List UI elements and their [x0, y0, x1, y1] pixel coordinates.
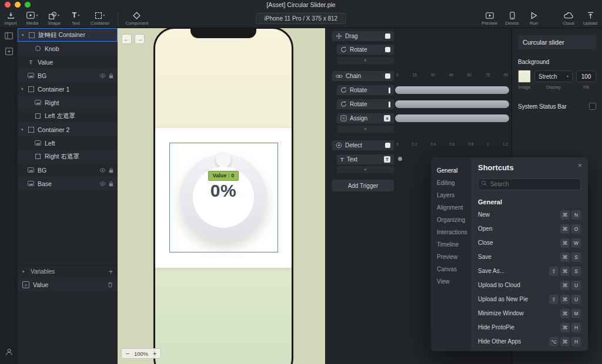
- media-button[interactable]: ▾ Media: [25, 11, 39, 26]
- disclosure-triangle-icon[interactable]: ▾: [21, 87, 27, 92]
- fill-input[interactable]: [576, 70, 596, 82]
- background-image-thumbnail[interactable]: [518, 70, 531, 83]
- shortcut-row: Open ⌘O: [478, 222, 581, 236]
- response-label: Rotate: [350, 101, 367, 107]
- import-button[interactable]: Import: [4, 11, 18, 26]
- response-rotate[interactable]: Rotate: [337, 45, 394, 55]
- nav-item-canvas[interactable]: Canvas: [431, 263, 471, 275]
- timeline-bar[interactable]: [395, 100, 509, 108]
- canvas[interactable]: Value : 0 0% ← → − 100% +: [118, 28, 325, 364]
- zoom-window-button[interactable]: [25, 2, 31, 8]
- layer-row-left[interactable]: Left: [18, 136, 118, 150]
- enable-checkbox[interactable]: [385, 47, 390, 52]
- shape-button[interactable]: ▾ Shape: [47, 11, 61, 26]
- delete-icon[interactable]: [108, 282, 113, 288]
- disclosure-triangle-icon[interactable]: ▾: [22, 33, 28, 38]
- zoom-in-button[interactable]: +: [152, 350, 158, 357]
- nav-item-organizing[interactable]: Organizing: [431, 214, 471, 226]
- run-button[interactable]: Run: [527, 11, 541, 26]
- enable-checkbox[interactable]: [385, 73, 390, 79]
- cloud-button[interactable]: Cloud: [561, 11, 576, 26]
- lock-icon[interactable]: [109, 167, 113, 173]
- add-response-button[interactable]: +: [337, 126, 394, 133]
- layer-row-base[interactable]: Base: [18, 177, 118, 190]
- response-text[interactable]: T Text T: [337, 154, 394, 164]
- layer-row-knob[interactable]: Knob: [18, 42, 118, 55]
- trigger-drag[interactable]: Drag: [332, 31, 394, 41]
- trigger-chain[interactable]: Chain: [332, 71, 394, 81]
- device-button[interactable]: Device: [505, 11, 519, 26]
- eye-icon[interactable]: [99, 73, 106, 78]
- lock-icon[interactable]: [109, 181, 113, 187]
- device-selector[interactable]: iPhone 11 Pro / X 375 x 812: [256, 13, 346, 24]
- value-percent[interactable]: 0%: [210, 181, 236, 201]
- layer-row-bg[interactable]: BG: [18, 69, 118, 82]
- layer-row-bg2[interactable]: BG: [18, 163, 118, 177]
- panels-toggle-button[interactable]: [0, 28, 18, 43]
- forward-button[interactable]: →: [135, 34, 145, 44]
- eye-icon[interactable]: [99, 168, 106, 173]
- timeline-bar[interactable]: [395, 86, 509, 94]
- component-button[interactable]: Component: [126, 11, 149, 26]
- zoom-level[interactable]: 100%: [134, 350, 148, 357]
- nav-item-interactions[interactable]: Interactions: [431, 226, 471, 238]
- close-window-button[interactable]: [5, 2, 11, 8]
- add-response-button[interactable]: +: [337, 166, 394, 173]
- run-icon: [531, 11, 537, 19]
- layer-label: 旋轉鈕 Container: [38, 31, 85, 39]
- minimize-window-button[interactable]: [15, 2, 21, 8]
- enable-checkbox[interactable]: [385, 143, 390, 148]
- search-input[interactable]: [478, 178, 581, 190]
- insert-panel-button[interactable]: [0, 43, 18, 59]
- add-response-button[interactable]: +: [337, 57, 394, 64]
- nav-item-alignment[interactable]: Alignment: [431, 201, 471, 214]
- dial-inner-circle[interactable]: Value : 0 0%: [193, 167, 254, 228]
- card-layer[interactable]: Value : 0 0%: [155, 128, 292, 268]
- nav-item-timeline[interactable]: Timeline: [431, 238, 471, 251]
- eye-icon[interactable]: [99, 181, 106, 186]
- status-bar-checkbox[interactable]: [589, 103, 596, 110]
- variable-row-value[interactable]: x Value: [18, 278, 118, 291]
- timeline-bar[interactable]: [395, 114, 509, 122]
- zoom-out-button[interactable]: −: [125, 350, 131, 357]
- circular-slider-dial[interactable]: Value : 0 0%: [180, 154, 267, 241]
- layer-row-container[interactable]: ▾ 旋轉鈕 Container: [18, 28, 118, 42]
- layer-row-right[interactable]: Right: [18, 96, 118, 109]
- user-account-button[interactable]: [0, 344, 18, 359]
- layer-row-right-mask[interactable]: Right 右遮罩: [18, 150, 118, 163]
- back-button[interactable]: ←: [122, 34, 132, 44]
- add-trigger-button[interactable]: Add Trigger: [332, 180, 394, 191]
- nav-item-general[interactable]: General: [431, 164, 471, 177]
- nav-item-editing[interactable]: Editing: [431, 177, 471, 189]
- text-button[interactable]: T ▾ Text: [69, 11, 83, 26]
- lock-icon[interactable]: [109, 73, 113, 79]
- response-rotate[interactable]: Rotate: [337, 85, 394, 95]
- response-assign[interactable]: Assign x: [337, 113, 394, 123]
- slider-knob[interactable]: [216, 152, 231, 167]
- nav-item-view[interactable]: View: [431, 275, 471, 288]
- disclosure-triangle-icon[interactable]: ▾: [22, 269, 28, 274]
- enable-checkbox[interactable]: [385, 33, 390, 39]
- response-rotate[interactable]: Rotate: [337, 99, 394, 109]
- add-variable-button[interactable]: +: [109, 268, 113, 276]
- trigger-label: Detect: [345, 142, 362, 149]
- nav-item-preview[interactable]: Preview: [431, 251, 471, 263]
- layer-row-left-mask[interactable]: Left 左遮罩: [18, 109, 118, 123]
- value-badge[interactable]: Value : 0: [208, 171, 239, 181]
- upload-button[interactable]: Upload: [583, 11, 597, 26]
- scene-title-field[interactable]: Curcular slider: [518, 35, 596, 49]
- layer-row-container2[interactable]: ▾ Container 2: [18, 123, 118, 136]
- layer-row-container1[interactable]: ▾ Container 1: [18, 82, 118, 96]
- section-title: General: [478, 198, 581, 205]
- upload-label: Upload: [583, 21, 597, 26]
- container-button[interactable]: ▾ Container: [91, 11, 110, 26]
- disclosure-triangle-icon[interactable]: ▾: [21, 127, 27, 132]
- import-label: Import: [4, 21, 16, 26]
- display-dropdown[interactable]: Stretch ▾: [534, 70, 573, 82]
- close-icon[interactable]: ×: [577, 161, 582, 170]
- layer-row-value[interactable]: T Value: [18, 55, 118, 69]
- nav-item-layers[interactable]: Layers: [431, 189, 471, 201]
- keyframe-dot[interactable]: [398, 157, 402, 161]
- trigger-detect[interactable]: Detect: [332, 140, 394, 150]
- preview-button[interactable]: Preview: [481, 11, 497, 26]
